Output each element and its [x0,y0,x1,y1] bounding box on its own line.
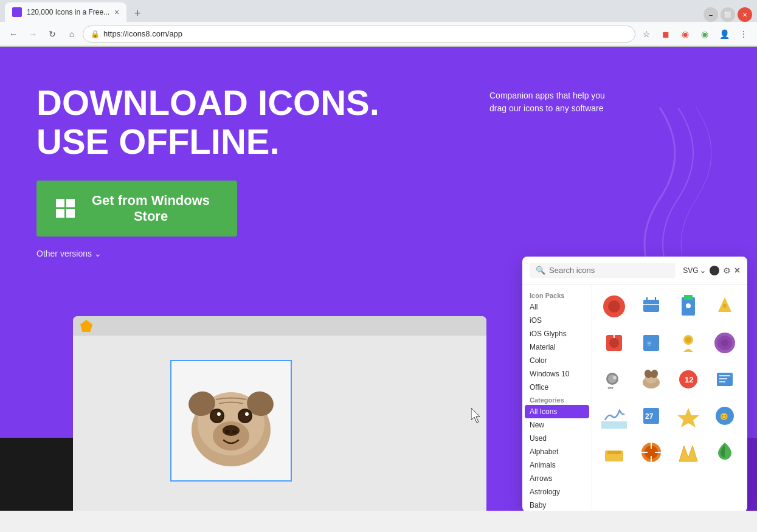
back-button[interactable]: ← [5,26,22,43]
lock-icon: 🔒 [91,30,100,38]
extension-button-1[interactable]: ◉ [677,26,694,43]
icon-cell-3[interactable] [671,289,705,323]
svg-point-19 [608,300,620,313]
sidebar-item-ios-glyphs[interactable]: iOS Glyphs [522,327,592,340]
search-box[interactable]: 🔍 Search icons [530,263,676,278]
pug-image-container [170,360,292,482]
windows-store-button[interactable]: Get from Windows Store [36,181,237,237]
sidebar-item-color[interactable]: Color [522,354,592,367]
menu-button[interactable]: ⋮ [735,26,752,43]
sidebar-item-windows10[interactable]: Windows 10 [522,367,592,381]
icon-cell-16[interactable]: 😊 [708,399,742,433]
icon-cell-15[interactable] [671,399,705,433]
hero-title: DOWNLOAD ICONS. USE OFFLINE. [36,83,462,161]
svg-point-28 [609,338,619,348]
panel-sidebar: Icon Packs All iOS iOS Glyphs Material C… [522,285,592,511]
sidebar-item-material[interactable]: Material [522,340,592,354]
icon-cell-9[interactable]: 👓 [597,362,631,396]
icon-panel: 🔍 Search icons SVG ⌄ ⚙ × Icon Packs All … [522,257,747,511]
icon-cell-7[interactable] [671,326,705,360]
color-picker-button[interactable] [710,266,719,275]
svg-rect-57 [607,451,621,454]
svg-point-13 [245,412,249,416]
svg-point-16 [225,430,230,434]
svg-point-12 [239,410,251,422]
sidebar-item-ios[interactable]: iOS [522,314,592,327]
profile-button[interactable]: 👤 [716,26,733,43]
panel-controls: SVG ⌄ ⚙ × [683,265,740,276]
pocket-button[interactable]: ◼ [657,26,674,43]
browser-tab[interactable]: 120,000 Icons in a Free... × [5,2,126,22]
icon-packs-title: Icon Packs [522,289,592,300]
svg-point-17 [232,430,237,434]
hero-section: DOWNLOAD ICONS. USE OFFLINE. Companion a… [0,47,757,283]
icon-cell-14[interactable]: 27 [634,399,668,433]
sketch-mockup [73,316,486,511]
sidebar-item-baby[interactable]: Baby [522,499,592,511]
icon-cell-1[interactable] [597,289,631,323]
close-panel-button[interactable]: × [735,265,740,276]
address-bar[interactable]: 🔒 https://icons8.com/app [83,26,635,43]
cursor-pointer [471,408,483,426]
icon-cell-17[interactable] [597,435,631,469]
icon-cell-10[interactable] [634,362,668,396]
svg-text:👓: 👓 [607,385,614,391]
sidebar-item-all[interactable]: All [522,300,592,314]
windows-logo-icon [56,199,75,218]
close-window-button[interactable]: ✕ [738,7,752,22]
star-button[interactable]: ☆ [638,26,655,43]
sidebar-item-used[interactable]: Used [522,432,592,445]
svg-text:≡: ≡ [647,339,651,348]
maximize-button[interactable]: ⬜ [721,7,735,22]
categories-title: Categories [522,394,592,405]
minimize-button[interactable]: – [703,7,718,22]
icon-cell-2[interactable] [634,289,668,323]
tab-close-button[interactable]: × [114,7,119,17]
sketch-canvas [73,336,486,360]
sidebar-item-all-icons[interactable]: All Icons [525,405,589,418]
svg-rect-0 [56,199,64,207]
search-input[interactable]: Search icons [549,266,669,275]
icon-cell-13[interactable] [597,399,631,433]
forward-button[interactable]: → [24,26,41,43]
icon-cell-8[interactable] [708,326,742,360]
tab-favicon [12,7,22,17]
icon-cell-12[interactable] [708,362,742,396]
companion-text: Companion apps that help you drag our ic… [489,89,623,115]
sketch-titlebar [73,316,486,336]
home-button[interactable]: ⌂ [63,26,80,43]
sidebar-item-new[interactable]: New [522,418,592,432]
svg-marker-53 [677,408,699,427]
icon-cell-5[interactable] [597,326,631,360]
svg-point-33 [685,337,691,343]
reload-button[interactable]: ↻ [44,26,61,43]
icon-cell-6[interactable]: ≡ [634,326,668,360]
svg-point-36 [721,339,728,347]
svg-point-10 [217,412,221,416]
svg-point-24 [686,303,691,308]
sidebar-item-alphabet[interactable]: Alphabet [522,445,592,458]
icon-cell-19[interactable] [671,435,705,469]
svg-rect-47 [717,373,733,386]
bottom-dark-section [0,438,73,511]
url-text: https://icons8.com/app [103,29,182,38]
extension-button-2[interactable]: ◉ [696,26,713,43]
sidebar-item-office[interactable]: Office [522,381,592,394]
settings-icon[interactable]: ⚙ [723,266,731,275]
icon-cell-11[interactable]: 12 [671,362,705,396]
search-icon: 🔍 [536,266,545,275]
sketch-logo-icon [80,320,92,332]
sidebar-item-animals[interactable]: Animals [522,458,592,472]
format-dropdown[interactable]: SVG ⌄ [683,266,705,275]
svg-rect-20 [643,300,659,312]
icon-cell-4[interactable] [708,289,742,323]
navigation-bar: ← → ↻ ⌂ 🔒 https://icons8.com/app ☆ ◼ ◉ ◉… [0,22,757,46]
svg-text:😊: 😊 [720,412,728,421]
icon-cell-20[interactable] [708,435,742,469]
icon-cell-18[interactable] [634,435,668,469]
panel-body: Icon Packs All iOS iOS Glyphs Material C… [522,285,747,511]
dropdown-chevron-icon: ⌄ [700,266,706,275]
sidebar-item-astrology[interactable]: Astrology [522,485,592,499]
new-tab-button[interactable]: + [129,5,146,22]
sidebar-item-arrows[interactable]: Arrows [522,472,592,485]
